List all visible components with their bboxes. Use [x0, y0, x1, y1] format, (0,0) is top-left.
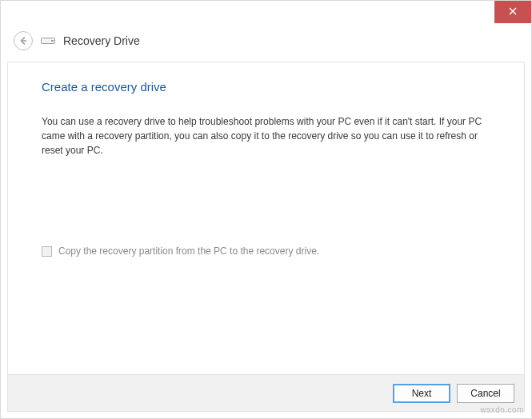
content-pane: Create a recovery drive You can use a re…	[7, 62, 525, 412]
drive-icon	[41, 36, 55, 46]
window-title: Recovery Drive	[63, 34, 140, 47]
close-button[interactable]	[494, 1, 531, 23]
wizard-header: Recovery Drive	[1, 23, 531, 62]
cancel-button[interactable]: Cancel	[457, 384, 514, 403]
wizard-window: Recovery Drive Create a recovery drive Y…	[0, 0, 532, 419]
copy-partition-label: Copy the recovery partition from the PC …	[58, 245, 319, 257]
close-icon	[509, 7, 517, 17]
content-body: Create a recovery drive You can use a re…	[8, 62, 524, 374]
copy-partition-option: Copy the recovery partition from the PC …	[42, 245, 490, 257]
next-button[interactable]: Next	[393, 384, 450, 403]
titlebar	[1, 1, 531, 23]
watermark: wsxdn.com	[480, 405, 524, 414]
arrow-left-icon	[18, 35, 29, 46]
back-button[interactable]	[14, 31, 33, 50]
svg-rect-4	[51, 40, 54, 42]
copy-partition-checkbox	[42, 246, 52, 257]
page-description: You can use a recovery drive to help tro…	[42, 114, 490, 158]
wizard-footer: Next Cancel	[8, 374, 524, 411]
page-heading: Create a recovery drive	[42, 80, 490, 94]
